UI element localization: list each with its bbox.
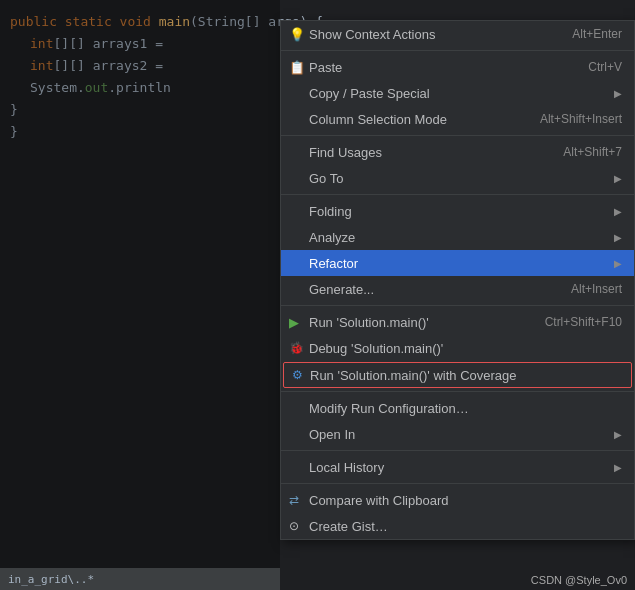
menu-item-create-gist[interactable]: ⊙ Create Gist…	[281, 513, 634, 539]
separator-1	[281, 50, 634, 51]
menu-shortcut-generate: Alt+Insert	[551, 282, 622, 296]
coverage-icon: ⚙	[292, 368, 303, 382]
menu-label-compare-clipboard: Compare with Clipboard	[309, 493, 448, 508]
menu-item-column-selection[interactable]: Column Selection Mode Alt+Shift+Insert	[281, 106, 634, 132]
menu-label-modify-run-config: Modify Run Configuration…	[309, 401, 469, 416]
arrow-icon-copy-paste: ▶	[614, 88, 622, 99]
menu-label-run-coverage: Run 'Solution.main()' with Coverage	[310, 368, 517, 383]
menu-label-copy-paste-special: Copy / Paste Special	[309, 86, 430, 101]
bottom-status-bar: in_a_grid\..*	[0, 568, 280, 590]
arrow-icon-analyze: ▶	[614, 232, 622, 243]
menu-item-show-context-actions[interactable]: 💡 Show Context Actions Alt+Enter	[281, 21, 634, 47]
menu-label-local-history: Local History	[309, 460, 384, 475]
menu-item-run-main[interactable]: ▶ Run 'Solution.main()' Ctrl+Shift+F10	[281, 309, 634, 335]
menu-item-run-coverage[interactable]: ⚙ Run 'Solution.main()' with Coverage	[283, 362, 632, 388]
arrow-icon-open-in: ▶	[614, 429, 622, 440]
menu-item-open-in[interactable]: Open In ▶	[281, 421, 634, 447]
menu-item-copy-paste-special[interactable]: Copy / Paste Special ▶	[281, 80, 634, 106]
bulb-icon: 💡	[289, 27, 305, 42]
menu-label-analyze: Analyze	[309, 230, 355, 245]
menu-label-run-main: Run 'Solution.main()'	[309, 315, 429, 330]
menu-label-find-usages: Find Usages	[309, 145, 382, 160]
editor-overlay	[0, 0, 280, 590]
separator-3	[281, 194, 634, 195]
menu-label-refactor: Refactor	[309, 256, 358, 271]
arrow-icon-folding: ▶	[614, 206, 622, 217]
menu-item-paste[interactable]: 📋 Paste Ctrl+V	[281, 54, 634, 80]
menu-label-generate: Generate...	[309, 282, 374, 297]
menu-item-find-usages[interactable]: Find Usages Alt+Shift+7	[281, 139, 634, 165]
menu-item-refactor[interactable]: Refactor ▶	[281, 250, 634, 276]
menu-shortcut-show-context: Alt+Enter	[552, 27, 622, 41]
clipboard-icon: 📋	[289, 60, 305, 75]
separator-5	[281, 391, 634, 392]
gist-icon: ⊙	[289, 519, 299, 533]
menu-item-modify-run-config[interactable]: Modify Run Configuration…	[281, 395, 634, 421]
separator-6	[281, 450, 634, 451]
menu-shortcut-run-main: Ctrl+Shift+F10	[525, 315, 622, 329]
menu-item-folding[interactable]: Folding ▶	[281, 198, 634, 224]
status-text: in_a_grid\..*	[8, 573, 94, 586]
arrow-icon-go-to: ▶	[614, 173, 622, 184]
watermark: CSDN @Style_Ov0	[531, 574, 627, 586]
separator-7	[281, 483, 634, 484]
menu-label-column-selection: Column Selection Mode	[309, 112, 447, 127]
menu-label-paste: Paste	[309, 60, 342, 75]
menu-item-debug-main[interactable]: 🐞 Debug 'Solution.main()'	[281, 335, 634, 361]
watermark-text: CSDN @Style_Ov0	[531, 574, 627, 586]
run-icon: ▶	[289, 315, 299, 330]
menu-label-folding: Folding	[309, 204, 352, 219]
menu-shortcut-find-usages: Alt+Shift+7	[543, 145, 622, 159]
context-menu: 💡 Show Context Actions Alt+Enter 📋 Paste…	[280, 20, 635, 540]
compare-icon: ⇄	[289, 493, 299, 507]
arrow-icon-refactor: ▶	[614, 258, 622, 269]
menu-label-open-in: Open In	[309, 427, 355, 442]
separator-2	[281, 135, 634, 136]
arrow-icon-local-history: ▶	[614, 462, 622, 473]
debug-icon: 🐞	[289, 341, 304, 355]
separator-4	[281, 305, 634, 306]
menu-item-local-history[interactable]: Local History ▶	[281, 454, 634, 480]
menu-item-generate[interactable]: Generate... Alt+Insert	[281, 276, 634, 302]
menu-label-create-gist: Create Gist…	[309, 519, 388, 534]
menu-shortcut-column-selection: Alt+Shift+Insert	[520, 112, 622, 126]
menu-label-go-to: Go To	[309, 171, 343, 186]
menu-label-debug-main: Debug 'Solution.main()'	[309, 341, 443, 356]
menu-item-go-to[interactable]: Go To ▶	[281, 165, 634, 191]
menu-shortcut-paste: Ctrl+V	[568, 60, 622, 74]
menu-item-analyze[interactable]: Analyze ▶	[281, 224, 634, 250]
menu-item-compare-clipboard[interactable]: ⇄ Compare with Clipboard	[281, 487, 634, 513]
menu-label-show-context: Show Context Actions	[309, 27, 435, 42]
